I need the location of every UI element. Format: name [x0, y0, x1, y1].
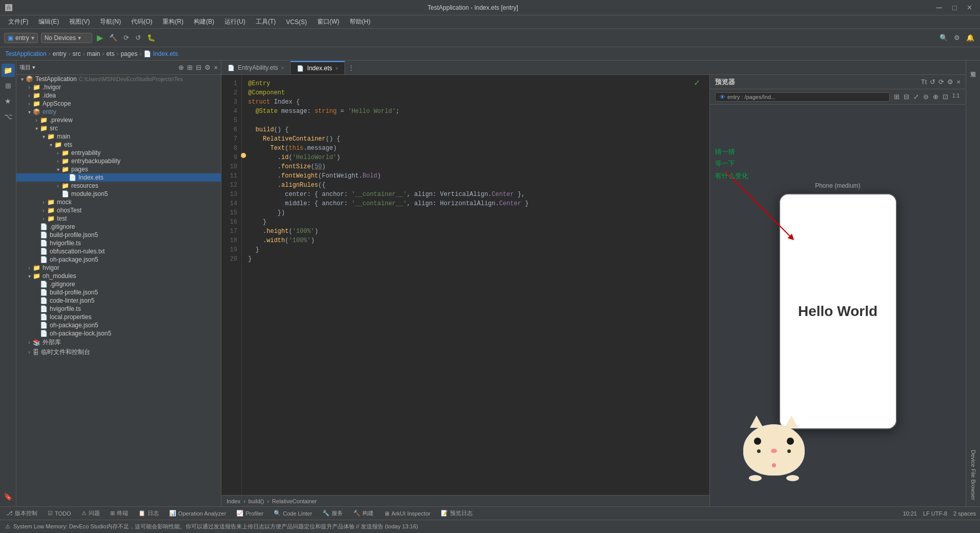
sidebar-settings-icon[interactable]: ⚙ [205, 64, 211, 71]
editor-path-index[interactable]: Index [227, 498, 240, 504]
search-toolbar-icon[interactable]: 🔍 [938, 32, 949, 43]
breadcrumb-src[interactable]: src [72, 50, 80, 57]
tree-item-build-profile-entry[interactable]: 📄 build-profile.json5 [16, 231, 221, 239]
tree-item-oh-package-entry[interactable]: 📄 oh-package.json5 [16, 255, 221, 264]
preview-zoom-in-icon[interactable]: ⊕ [932, 92, 940, 102]
debug-button[interactable]: 🐛 [146, 32, 157, 43]
collapse-all-icon[interactable]: ⊟ [196, 64, 201, 71]
tree-item-code-linter[interactable]: 📄 code-linter.json5 [16, 297, 221, 305]
menu-help[interactable]: 帮助(H) [345, 16, 375, 27]
menu-code[interactable]: 代码(O) [127, 16, 156, 27]
tree-item-test[interactable]: › 📁 test [16, 214, 221, 223]
preview-layers-icon[interactable]: ⊟ [903, 92, 910, 102]
status-todo[interactable]: ☑ TODO [46, 510, 73, 517]
settings-toolbar-icon[interactable]: ⚙ [952, 32, 962, 43]
tree-item-hvigor[interactable]: › 📁 .hvigor [16, 83, 221, 91]
tree-item-entrybackup[interactable]: › 📁 entrybackupability [16, 157, 221, 165]
menu-vcs[interactable]: VCS(S) [282, 17, 311, 27]
tree-item-hvigorfile-root[interactable]: 📄 hvigorfile.ts [16, 305, 221, 313]
sync-button[interactable]: ⟳ [122, 32, 131, 43]
status-version-control[interactable]: ⎇ 版本控制 [4, 509, 39, 517]
preview-fit-icon[interactable]: ⊡ [942, 92, 949, 102]
tree-item-temp-files[interactable]: › 🗄 临时文件和控制台 [16, 347, 221, 357]
close-sidebar-icon[interactable]: × [214, 64, 218, 71]
menu-build[interactable]: 构建(B) [190, 16, 218, 27]
tree-item-gitignore-entry[interactable]: 📄 .gitignore [16, 223, 221, 231]
tree-item-hvigor-root[interactable]: › 📁 hvigor [16, 264, 221, 272]
tab-entry-ability[interactable]: 📄 EntryAbility.ets × [221, 61, 291, 74]
tree-item-entryability[interactable]: › 📁 entryability [16, 149, 221, 157]
structure-button[interactable]: ⊞ [2, 79, 15, 92]
tree-item-mock[interactable]: › 📁 mock [16, 198, 221, 206]
breadcrumb-entry[interactable]: entry [53, 50, 67, 57]
right-action-notifications[interactable]: 通知 [968, 64, 978, 70]
status-arkui-inspector[interactable]: 🖥 ArkUI Inspector [382, 510, 433, 517]
tree-item-main[interactable]: ▾ 📁 main [16, 132, 221, 141]
tree-item-ohos-test[interactable]: › 📁 ohosTest [16, 206, 221, 214]
tree-item-appscope[interactable]: › 📁 AppScope [16, 100, 221, 108]
menu-run[interactable]: 运行(U) [220, 16, 250, 27]
breadcrumb-file[interactable]: 📄 Index.ets [144, 50, 178, 57]
breadcrumb-main[interactable]: main [87, 50, 100, 57]
editor-path-build[interactable]: build() [249, 498, 264, 504]
git-button[interactable]: ⌥ [2, 110, 15, 123]
refresh-button[interactable]: ↺ [134, 32, 142, 43]
tree-item-index-ets[interactable]: 📄 Index.ets [16, 173, 221, 182]
menu-tools[interactable]: 工具(T) [252, 16, 280, 27]
preview-settings-icon[interactable]: ⚙ [947, 78, 953, 86]
close-button[interactable]: × [964, 3, 975, 12]
preview-zoom-out-icon[interactable]: ⊖ [922, 92, 930, 102]
tree-item-gitignore-root[interactable]: 📄 .gitignore [16, 280, 221, 288]
status-code-linter[interactable]: 🔍 Code Linter [272, 510, 314, 517]
breadcrumb-pages[interactable]: pages [120, 50, 137, 57]
project-view-button[interactable]: 📁 [2, 64, 15, 77]
breadcrumb-ets[interactable]: ets [106, 50, 114, 57]
tree-item-obfuscation[interactable]: 📄 obfuscation-rules.txt [16, 247, 221, 255]
favorites-button[interactable]: ★ [2, 94, 15, 108]
bookmark-button[interactable]: 🔖 [2, 490, 15, 503]
preview-rotate-icon[interactable]: ⟳ [938, 78, 944, 86]
breadcrumb-app[interactable]: TestApplication [5, 50, 47, 57]
preview-refresh-icon[interactable]: ↺ [930, 78, 935, 86]
notifications-toolbar-icon[interactable]: 🔔 [965, 32, 976, 43]
tree-item-oh-modules[interactable]: ▾ 📁 oh_modules [16, 272, 221, 280]
tab-index-ets[interactable]: 📄 Index.ets × [291, 61, 345, 74]
editor-path-relative[interactable]: RelativeContainer [272, 498, 317, 504]
menu-edit[interactable]: 编辑(E) [34, 16, 63, 27]
tree-item-build-profile-root[interactable]: 📄 build-profile.json5 [16, 288, 221, 297]
tree-item-module-json[interactable]: 📄 module.json5 [16, 190, 221, 198]
status-log[interactable]: 📋 日志 [136, 509, 161, 517]
preview-grid-icon[interactable]: ⊞ [893, 92, 901, 102]
tab-more-button[interactable]: ⋮ [345, 64, 357, 71]
tree-item-preview[interactable]: › 📁 .preview [16, 116, 221, 124]
tree-item-entry[interactable]: ▾ 📦 entry [16, 108, 221, 116]
tree-item-local-props[interactable]: 📄 local.properties [16, 313, 221, 321]
tree-item-oh-package-root[interactable]: 📄 oh-package.json5 [16, 321, 221, 329]
tab-index-close[interactable]: × [335, 66, 338, 71]
expand-all-icon[interactable]: ⊞ [187, 64, 193, 71]
preview-font-icon[interactable]: Tt [921, 78, 927, 86]
tree-item-ets[interactable]: ▾ 📁 ets [16, 141, 221, 149]
status-operation-analyzer[interactable]: 📊 Operation Analyzer [167, 510, 229, 517]
status-build[interactable]: 🔨 构建 [351, 509, 376, 517]
tree-item-oh-package-lock[interactable]: 📄 oh-package-lock.json5 [16, 329, 221, 338]
project-dropdown[interactable]: 项目 ▾ [19, 64, 35, 71]
status-issues[interactable]: ⚠ 问题 [79, 509, 102, 517]
menu-refactor[interactable]: 重构(R) [158, 16, 188, 27]
tab-entry-ability-close[interactable]: × [281, 65, 284, 71]
tree-item-src[interactable]: ▾ 📁 src [16, 124, 221, 132]
right-action-device-browser[interactable]: Device File Browser [969, 447, 977, 503]
status-preview-log[interactable]: 📝 预览日志 [439, 509, 475, 517]
menu-file[interactable]: 文件(F) [4, 16, 32, 27]
tree-item-root[interactable]: ▾ 📦 TestApplication C:\Users\MSN\DevEcoS… [16, 75, 221, 83]
preview-ratio-icon[interactable]: 1:1 [951, 92, 961, 102]
preview-close-icon[interactable]: × [956, 78, 961, 86]
status-profiler[interactable]: 📈 Profiler [234, 510, 266, 517]
run-button[interactable]: ▶ [95, 31, 105, 44]
tree-item-pages[interactable]: ▾ 📁 pages [16, 165, 221, 173]
tree-item-hvigorfile-entry[interactable]: 📄 hvigorfile.ts [16, 239, 221, 247]
tree-item-idea[interactable]: › 📁 .idea [16, 91, 221, 100]
tree-item-resources[interactable]: › 📁 resources [16, 182, 221, 190]
code-content[interactable]: @Entry @Component struct Index { @State … [242, 75, 709, 495]
menu-navigate[interactable]: 导航(N) [96, 16, 125, 27]
